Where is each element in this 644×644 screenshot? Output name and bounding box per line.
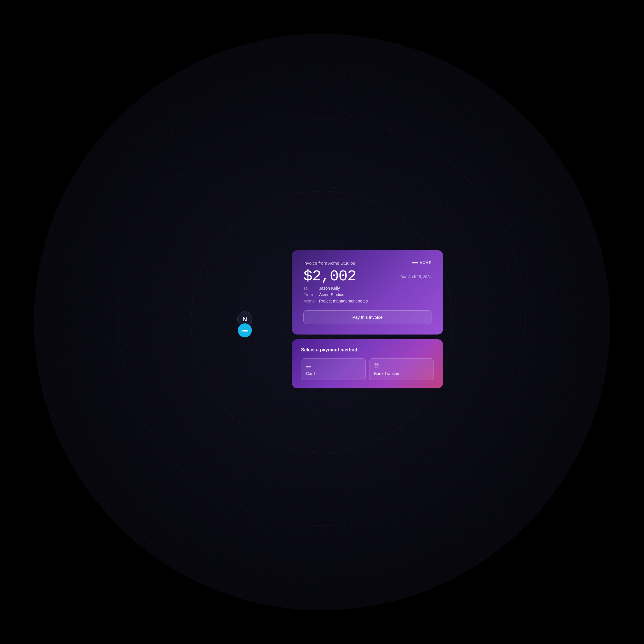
- notion-icon: N: [243, 315, 247, 323]
- bank-transfer-label: Bank Transfer: [374, 371, 429, 376]
- acme-dot-1: [412, 262, 414, 263]
- card-option[interactable]: ▬ Card: [301, 358, 366, 380]
- card-label: Card: [306, 371, 361, 376]
- from-field-label: From: [303, 292, 316, 297]
- xero-label: xero: [241, 329, 248, 332]
- invoice-card: Invoice from Acme Studios ACME $2,002 Du…: [292, 250, 443, 335]
- from-value: Acme Studios: [319, 292, 344, 297]
- xero-node: xero: [238, 323, 252, 337]
- memo-label: Memo: [303, 299, 316, 303]
- invoice-from-label: Invoice from Acme Studios: [303, 261, 355, 266]
- memo-row: Memo Project management notes: [303, 299, 431, 303]
- scene: N xero Invoice from Acme Studios ACME $2…: [0, 0, 644, 644]
- invoice-header: Invoice from Acme Studios ACME: [303, 261, 431, 266]
- bank-icon: 🏛: [374, 363, 429, 369]
- payment-card: Select a payment method ▬ Card 🏛 Bank Tr…: [292, 339, 443, 388]
- invoice-details: To Jason Kelly From Acme Studios Memo Pr…: [303, 286, 431, 303]
- to-label: To: [303, 286, 316, 291]
- acme-dot-2: [414, 262, 416, 263]
- due-date: Due April 15, 2024: [303, 275, 431, 279]
- to-value: Jason Kelly: [319, 286, 340, 291]
- acme-logo: ACME: [412, 261, 431, 265]
- to-row: To Jason Kelly: [303, 286, 431, 291]
- payment-method-title: Select a payment method: [301, 347, 434, 353]
- acme-dot-3: [416, 262, 418, 263]
- pay-invoice-button[interactable]: Pay this invoice: [303, 310, 431, 324]
- card-icon: ▬: [306, 363, 361, 369]
- acme-text: ACME: [420, 261, 431, 265]
- bank-transfer-option[interactable]: 🏛 Bank Transfer: [369, 358, 434, 380]
- from-row: From Acme Studios: [303, 292, 431, 297]
- memo-value: Project management notes: [319, 299, 368, 303]
- acme-icon: [412, 262, 418, 263]
- main-content: Invoice from Acme Studios ACME $2,002 Du…: [292, 250, 443, 388]
- payment-options: ▬ Card 🏛 Bank Transfer: [301, 358, 434, 380]
